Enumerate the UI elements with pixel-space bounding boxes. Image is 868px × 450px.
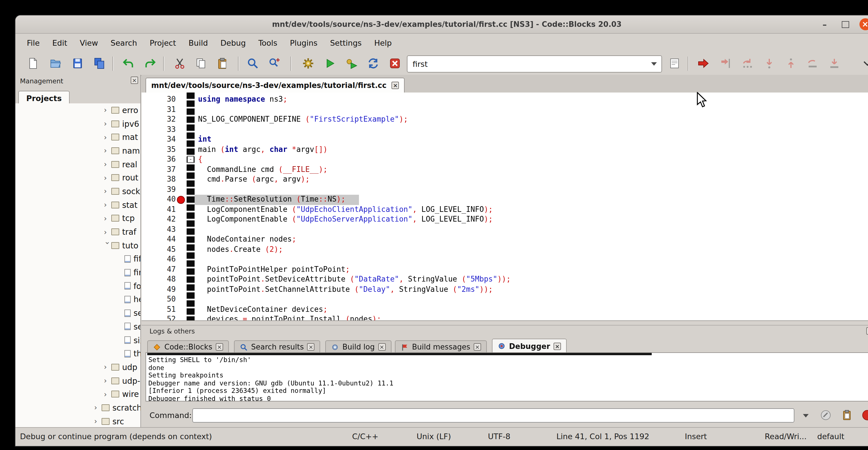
chevron-down-icon[interactable] bbox=[103, 242, 112, 249]
tab-close-icon[interactable] bbox=[378, 343, 385, 351]
line-number[interactable]: 50 bbox=[147, 295, 176, 305]
tree-item-fo[interactable]: fo bbox=[16, 279, 141, 293]
tree-item-nam[interactable]: nam bbox=[16, 144, 141, 157]
menu-item-help[interactable]: Help bbox=[368, 38, 398, 48]
code-line-39[interactable] bbox=[195, 185, 868, 195]
tree-item-scratch[interactable]: scratch bbox=[16, 401, 141, 414]
logs-tab-search-results[interactable]: Search results bbox=[234, 340, 320, 354]
line-number[interactable]: 38 bbox=[147, 175, 176, 185]
chevron-right-icon[interactable] bbox=[94, 417, 101, 425]
incremental-search-combobox[interactable]: first bbox=[407, 55, 662, 72]
menu-item-settings[interactable]: Settings bbox=[324, 38, 368, 48]
code-line-46[interactable] bbox=[195, 255, 868, 265]
tree-item-tcp[interactable]: tcp bbox=[16, 212, 141, 225]
resize-grip[interactable] bbox=[866, 434, 868, 446]
link-icon[interactable] bbox=[818, 407, 834, 423]
maximize-button[interactable] bbox=[837, 16, 853, 33]
code-line-48[interactable]: pointToPoint.SetDeviceAttribute ("DataRa… bbox=[195, 275, 868, 285]
debug-continue-icon[interactable] bbox=[694, 55, 712, 72]
chevron-right-icon[interactable] bbox=[104, 363, 111, 371]
code-line-41[interactable]: LogComponentEnable ("UdpEchoClientApplic… bbox=[195, 205, 868, 215]
tree-item-se[interactable]: se bbox=[16, 320, 141, 333]
project-tree[interactable]: erroipv6matnamrealroutsockstattcptraftut… bbox=[16, 103, 141, 427]
tree-item-real[interactable]: real bbox=[16, 158, 141, 171]
code-line-45[interactable]: nodes.Create (2); bbox=[195, 245, 868, 255]
tree-item-sock[interactable]: sock bbox=[16, 184, 141, 198]
code-line-37[interactable]: CommandLine cmd (__FILE__); bbox=[195, 165, 868, 175]
tree-item-ipv6[interactable]: ipv6 bbox=[16, 117, 141, 130]
code-line-42[interactable]: LogComponentEnable ("UdpEchoServerApplic… bbox=[195, 215, 868, 225]
line-number[interactable]: 44 bbox=[147, 235, 176, 245]
line-number[interactable]: 42 bbox=[147, 215, 176, 225]
copy-icon[interactable] bbox=[192, 55, 210, 72]
code-line-52[interactable]: devices = pointToPoint.Install (nodes); bbox=[195, 314, 868, 321]
tab-close-icon[interactable] bbox=[554, 342, 561, 350]
command-history-chevron-icon[interactable] bbox=[799, 411, 813, 420]
tree-item-se[interactable]: se bbox=[16, 306, 141, 320]
code-line-49[interactable]: pointToPoint.SetChannelAttribute ("Delay… bbox=[195, 285, 868, 295]
search-target-icon[interactable] bbox=[666, 55, 683, 72]
tree-item-src[interactable]: src bbox=[16, 415, 141, 427]
menu-item-search[interactable]: Search bbox=[104, 38, 144, 48]
tree-item-traf[interactable]: traf bbox=[16, 225, 141, 238]
clipboard-icon[interactable] bbox=[839, 407, 855, 423]
logs-close-icon[interactable] bbox=[866, 327, 868, 335]
save-icon[interactable] bbox=[69, 55, 86, 72]
chevron-right-icon[interactable] bbox=[104, 106, 111, 115]
code-line-34[interactable]: int bbox=[195, 135, 868, 145]
rebuild-icon[interactable] bbox=[365, 55, 382, 72]
chevron-right-icon[interactable] bbox=[104, 174, 111, 182]
tree-item-wire[interactable]: wire bbox=[16, 387, 141, 401]
tree-item-tuto[interactable]: tuto bbox=[16, 239, 141, 252]
title-bar[interactable]: mnt/dev/tools/source/ns-3-dev/examples/t… bbox=[16, 16, 868, 34]
menu-item-debug[interactable]: Debug bbox=[214, 38, 252, 48]
chevron-right-icon[interactable] bbox=[94, 403, 101, 412]
tree-item-he[interactable]: he bbox=[16, 293, 141, 306]
stop-debugger-icon[interactable] bbox=[860, 407, 868, 423]
line-number[interactable]: 36 bbox=[147, 155, 176, 165]
next-instruction-icon[interactable] bbox=[804, 55, 821, 72]
tree-item-th[interactable]: th bbox=[16, 347, 141, 360]
menu-item-project[interactable]: Project bbox=[143, 38, 182, 48]
menu-item-tools[interactable]: Tools bbox=[252, 38, 284, 48]
chevron-right-icon[interactable] bbox=[104, 133, 111, 141]
minimize-button[interactable] bbox=[817, 16, 833, 33]
logs-tab-debugger[interactable]: Debugger bbox=[492, 339, 567, 354]
logs-tab-build-messages[interactable]: Build messages bbox=[395, 340, 487, 354]
line-number[interactable]: 43 bbox=[147, 225, 176, 235]
undo-icon[interactable] bbox=[120, 55, 137, 72]
code-line-31[interactable] bbox=[195, 105, 868, 115]
save-all-icon[interactable] bbox=[91, 55, 108, 72]
editor-content[interactable]: 3031323334353637383940414243444546474849… bbox=[142, 92, 868, 321]
code-line-51[interactable]: NetDeviceContainer devices; bbox=[195, 305, 868, 314]
code-line-44[interactable]: NodeContainer nodes; bbox=[195, 235, 868, 245]
line-number[interactable]: 32 bbox=[147, 115, 176, 125]
close-button[interactable] bbox=[856, 16, 868, 33]
chevron-right-icon[interactable] bbox=[104, 119, 111, 128]
code-line-30[interactable]: using namespace ns3; bbox=[195, 95, 868, 105]
run-icon[interactable] bbox=[321, 55, 338, 72]
line-number[interactable]: 51 bbox=[147, 305, 176, 314]
run-to-cursor-icon[interactable] bbox=[717, 55, 735, 72]
line-number[interactable]: 33 bbox=[147, 125, 176, 135]
line-number-gutter[interactable]: 3031323334353637383940414243444546474849… bbox=[147, 95, 176, 321]
code-line-40[interactable]: Time::SetResolution (Time::NS); bbox=[195, 195, 868, 205]
tree-item-six[interactable]: six bbox=[16, 333, 141, 347]
step-into-icon[interactable] bbox=[761, 55, 778, 72]
tree-item-rout[interactable]: rout bbox=[16, 171, 141, 184]
tree-item-stat[interactable]: stat bbox=[16, 198, 141, 212]
next-line-icon[interactable] bbox=[739, 55, 756, 72]
line-number[interactable]: 46 bbox=[147, 255, 176, 265]
line-number[interactable]: 49 bbox=[147, 285, 176, 295]
tab-close-icon[interactable] bbox=[307, 343, 315, 351]
tab-close-icon[interactable] bbox=[474, 343, 481, 351]
line-number[interactable]: 39 bbox=[147, 185, 176, 195]
management-close-icon[interactable] bbox=[131, 77, 138, 84]
code-line-32[interactable]: NS_LOG_COMPONENT_DEFINE ("FirstScriptExa… bbox=[195, 115, 868, 125]
chevron-right-icon[interactable] bbox=[104, 376, 111, 385]
step-out-icon[interactable] bbox=[782, 55, 800, 72]
code-line-43[interactable] bbox=[195, 225, 868, 235]
code-line-35[interactable]: main (int argc, char *argv[]) bbox=[195, 145, 868, 155]
menu-item-edit[interactable]: Edit bbox=[46, 38, 73, 48]
code-line-38[interactable]: cmd.Parse (argc, argv); bbox=[195, 175, 868, 185]
